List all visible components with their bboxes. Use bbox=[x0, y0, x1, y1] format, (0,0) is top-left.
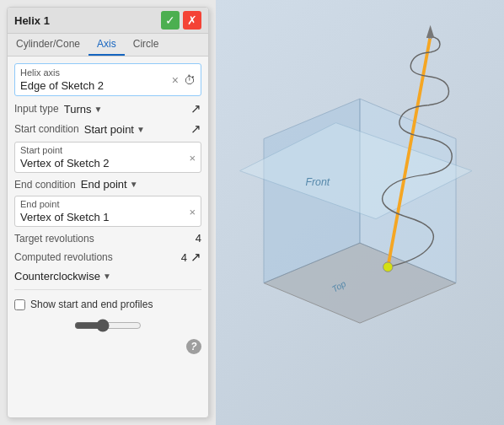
target-revolutions-value: 4 bbox=[196, 232, 201, 245]
header-buttons: ✓ ✗ bbox=[161, 11, 201, 30]
end-condition-row: End condition End point ▼ bbox=[14, 178, 201, 191]
direction-select[interactable]: Counterclockwise ▼ bbox=[14, 270, 111, 282]
helix-axis-value: Edge of Sketch 2 bbox=[20, 79, 196, 92]
tab-bar: Cylinder/Cone Axis Circle bbox=[8, 34, 208, 56]
show-profiles-row: Show start and end profiles bbox=[14, 299, 201, 310]
svg-point-7 bbox=[383, 262, 393, 272]
input-type-action-icon[interactable]: ↗ bbox=[190, 101, 201, 116]
svg-text:Front: Front bbox=[305, 176, 330, 188]
input-type-select[interactable]: Turns ▼ bbox=[64, 103, 103, 116]
3d-viewport[interactable]: Front Top bbox=[216, 0, 504, 425]
divider bbox=[14, 289, 201, 290]
end-point-clear-icon[interactable]: × bbox=[189, 205, 196, 218]
direction-row: Counterclockwise ▼ bbox=[14, 270, 201, 282]
tab-axis[interactable]: Axis bbox=[88, 34, 125, 56]
help-icon[interactable]: ? bbox=[186, 339, 201, 354]
input-type-value: Turns bbox=[64, 103, 92, 116]
input-type-row: Input type Turns ▼ ↗ bbox=[14, 101, 201, 116]
target-revolutions-row: Target revolutions 4 bbox=[14, 232, 201, 245]
start-condition-value: Start point bbox=[84, 123, 134, 136]
slider-row bbox=[14, 319, 201, 332]
computed-revolutions-label: Computed revolutions bbox=[14, 251, 113, 263]
helix-axis-field[interactable]: Helix axis Edge of Sketch 2 × ⏱ bbox=[14, 63, 201, 96]
computed-revolutions-value-container: 4 ↗ bbox=[181, 250, 201, 265]
panel-title: Helix 1 bbox=[14, 14, 50, 27]
show-profiles-label: Show start and end profiles bbox=[30, 299, 153, 310]
input-type-label: Input type bbox=[14, 103, 59, 115]
end-condition-value: End point bbox=[81, 178, 127, 191]
clock-icon[interactable]: ⏱ bbox=[184, 73, 196, 87]
tab-circle[interactable]: Circle bbox=[125, 34, 168, 56]
end-point-field[interactable]: End point Vertex of Sketch 1 × bbox=[14, 196, 201, 227]
target-revolutions-label: Target revolutions bbox=[14, 233, 94, 245]
show-profiles-checkbox[interactable] bbox=[14, 299, 25, 310]
start-point-value: Vertex of Sketch 2 bbox=[20, 157, 196, 169]
start-point-clear-icon[interactable]: × bbox=[189, 151, 196, 164]
computed-revolutions-value: 4 bbox=[181, 251, 187, 264]
direction-value: Counterclockwise bbox=[14, 270, 100, 282]
computed-revolutions-row: Computed revolutions 4 ↗ bbox=[14, 250, 201, 265]
start-point-field[interactable]: Start point Vertex of Sketch 2 × bbox=[14, 142, 201, 173]
helix-axis-clear-icon[interactable]: × bbox=[172, 73, 179, 87]
help-row: ? bbox=[14, 339, 201, 354]
tab-cylinder-cone[interactable]: Cylinder/Cone bbox=[8, 34, 88, 56]
end-condition-arrow-icon: ▼ bbox=[130, 180, 138, 189]
3d-scene-svg: Front Top bbox=[216, 0, 504, 425]
svg-marker-9 bbox=[426, 25, 434, 38]
start-condition-select[interactable]: Start point ▼ bbox=[84, 123, 145, 136]
end-condition-label: End condition bbox=[14, 179, 76, 191]
cancel-button[interactable]: ✗ bbox=[183, 11, 201, 30]
panel-body: Helix axis Edge of Sketch 2 × ⏱ Input ty… bbox=[8, 56, 208, 417]
direction-arrow-icon: ▼ bbox=[103, 272, 111, 281]
start-point-label: Start point bbox=[20, 145, 196, 155]
end-condition-select[interactable]: End point ▼ bbox=[81, 178, 138, 191]
confirm-button[interactable]: ✓ bbox=[161, 11, 180, 30]
helix-panel: Helix 1 ✓ ✗ Cylinder/Cone Axis Circle He… bbox=[7, 7, 209, 418]
end-point-value: Vertex of Sketch 1 bbox=[20, 211, 196, 223]
panel-slider[interactable] bbox=[74, 319, 142, 332]
start-condition-row: Start condition Start point ▼ ↗ bbox=[14, 121, 201, 137]
helix-axis-label: Helix axis bbox=[20, 67, 196, 78]
end-point-label: End point bbox=[20, 199, 196, 209]
computed-revolutions-action-icon[interactable]: ↗ bbox=[190, 250, 201, 265]
input-type-arrow-icon: ▼ bbox=[94, 105, 102, 114]
start-condition-label: Start condition bbox=[14, 123, 79, 135]
start-condition-action-icon[interactable]: ↗ bbox=[190, 121, 201, 137]
start-condition-arrow-icon: ▼ bbox=[137, 125, 145, 134]
panel-header: Helix 1 ✓ ✗ bbox=[8, 8, 208, 34]
